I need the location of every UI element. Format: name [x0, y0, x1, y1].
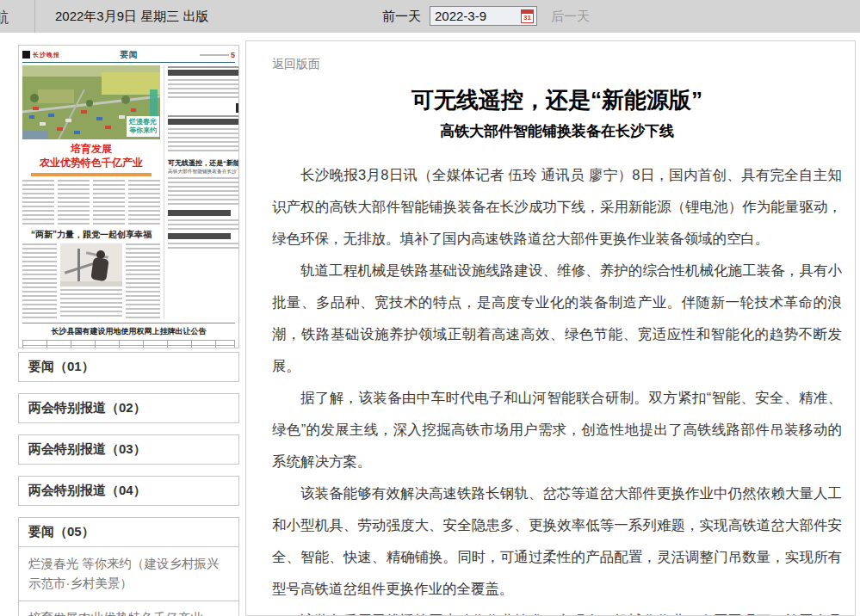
article-paragraph: 该装备采用无线遥控同步动作作业技术，实现全程机械化作业，在同工况下，施工人员较行…: [272, 605, 842, 616]
thumbnail-main-headline: 培育发展 农业优势特色千亿产业: [22, 143, 160, 169]
thumbnail-second-headline: “两新”力量，跟党一起创享幸福: [22, 229, 160, 241]
text-lines-placeholder: [58, 180, 90, 225]
article-title: 可无线遥控，还是“新能源版”: [272, 85, 842, 115]
qr-code-icon: [236, 103, 239, 113]
text-lines-placeholder: [22, 180, 54, 225]
headline-bar: [168, 119, 239, 125]
text-lines-placeholder: [126, 243, 160, 319]
text-lines-placeholder: [168, 79, 239, 100]
thumbnail-subheadline-bar: [31, 173, 152, 176]
aerial-photo: 烂漫春光 等你来约: [22, 65, 160, 139]
text-columns-placeholder: [22, 180, 160, 225]
headline-line1: 培育发展: [22, 143, 160, 157]
next-day-button[interactable]: 后一天: [551, 9, 590, 25]
sidebar-article-link[interactable]: 培育发展农业优势特色千亿产业: [18, 601, 239, 616]
text-lines-placeholder: [93, 180, 125, 225]
sidebar-section-lianghui-02[interactable]: 两会特别报道（02）: [18, 393, 239, 423]
notice-table: [22, 340, 235, 348]
thumbnail-article-title: 可无线遥控，还是“新能源版”: [168, 158, 239, 168]
thumbnail-left-column: 烂漫春光 等你来约 培育发展 农业优势特色千亿产业 “两新”力量，跟党一起创享幸…: [22, 65, 160, 319]
prev-day-button[interactable]: 前一天: [382, 9, 421, 25]
photo-column: [60, 243, 122, 319]
publish-date-label: 2022年3月9日 星期三 出版: [55, 9, 208, 25]
topbar: 航 2022年3月9日 星期三 出版 前一天 31 后一天: [0, 0, 860, 33]
calendar-icon-day: 31: [523, 14, 531, 22]
text-lines-placeholder: [168, 219, 239, 230]
text-lines-placeholder: [168, 177, 239, 206]
kicker-line: [168, 66, 239, 68]
text-lines-placeholder: [60, 289, 122, 319]
notice-title: 长沙县国有建设用地使用权网上挂牌出让公告: [22, 326, 235, 337]
headline-line2: 农业优势特色千亿产业: [22, 157, 160, 170]
article-panel: 返回版面 可无线遥控，还是“新能源版” 高铁大部件智能铺换装备在长沙下线 长沙晚…: [245, 40, 856, 616]
sidebar-section-lianghui-04[interactable]: 两会特别报道（04）: [18, 476, 239, 506]
article-paragraph: 长沙晚报3月8日讯（全媒体记者 伍玲 通讯员 廖宁）8日，国内首创、具有完全自主…: [272, 159, 842, 255]
masthead-rule: [22, 62, 235, 63]
worker-photo: [60, 243, 122, 286]
sidebar-section-yaowen-01[interactable]: 要闻（01）: [18, 352, 239, 382]
text-lines-placeholder: [128, 180, 160, 225]
sidebar-section-yaowen-05[interactable]: 要闻（05）: [18, 517, 239, 547]
article-paragraph: 该装备能够有效解决高速铁路长钢轨、岔芯等道岔大部件更换作业中仍然依赖大量人工和小…: [272, 477, 842, 605]
kicker-line: [168, 115, 239, 117]
overlay-line2: 等你来约: [129, 126, 157, 135]
thumbnail-notice-section: 长沙县国有建设用地使用权网上挂牌出让公告: [22, 323, 235, 348]
headline-bar: [168, 233, 231, 239]
photo-overlay-caption: 烂漫春光 等你来约: [127, 116, 159, 137]
topbar-divider: [34, 0, 35, 33]
sidebar: 长沙晚报 要闻 5: [18, 45, 239, 616]
thumbnail-right-column: 可无线遥控，还是“新能源版” 高铁大部件智能铺换装备在长沙下线: [164, 65, 239, 319]
nav-link-clipped[interactable]: 航: [0, 8, 9, 28]
text-lines-placeholder: [168, 128, 239, 154]
thumbnail-masthead-row: 长沙晚报 要闻 5: [22, 49, 235, 60]
sidebar-article-link[interactable]: 烂漫春光 等你来约（建设乡村振兴示范市·乡村美景）: [18, 546, 239, 601]
text-lines-placeholder: [22, 243, 57, 319]
qr-codes: [168, 103, 239, 113]
thumbnail-page-label: 要闻: [22, 49, 235, 61]
article-paragraph: 据了解，该装备由中车时代电子和山河智能联合研制。双方紧扣“智能、安全、精准、绿色…: [272, 382, 842, 477]
thumbnail-second-section: [22, 243, 160, 319]
calendar-icon[interactable]: 31: [521, 9, 534, 23]
article-paragraph: 轨道工程机械是铁路基础设施线路建设、维修、养护的综合性机械化施工装备，具有小批量…: [272, 255, 842, 382]
thumbnail-article-subtitle: 高铁大部件智能铺换装备在长沙下线: [168, 168, 239, 176]
thumbnail-body: 烂漫春光 等你来约 培育发展 农业优势特色千亿产业 “两新”力量，跟党一起创享幸…: [22, 65, 235, 319]
headline-bar: [168, 210, 231, 216]
article-body: 长沙晚报3月8日讯（全媒体记者 伍玲 通讯员 廖宁）8日，国内首创、具有完全自主…: [272, 159, 842, 616]
sidebar-section-lianghui-03[interactable]: 两会特别报道（03）: [18, 434, 239, 465]
article-subtitle: 高铁大部件智能铺换装备在长沙下线: [272, 121, 842, 141]
back-to-page-link[interactable]: 返回版面: [272, 57, 320, 72]
text-lines-placeholder: [168, 243, 239, 251]
date-input[interactable]: [430, 9, 521, 23]
headline-bar: [168, 70, 239, 76]
overlay-line1: 烂漫春光: [129, 118, 157, 126]
newspaper-thumbnail[interactable]: 长沙晚报 要闻 5: [18, 45, 239, 348]
date-picker[interactable]: 31: [430, 6, 537, 26]
